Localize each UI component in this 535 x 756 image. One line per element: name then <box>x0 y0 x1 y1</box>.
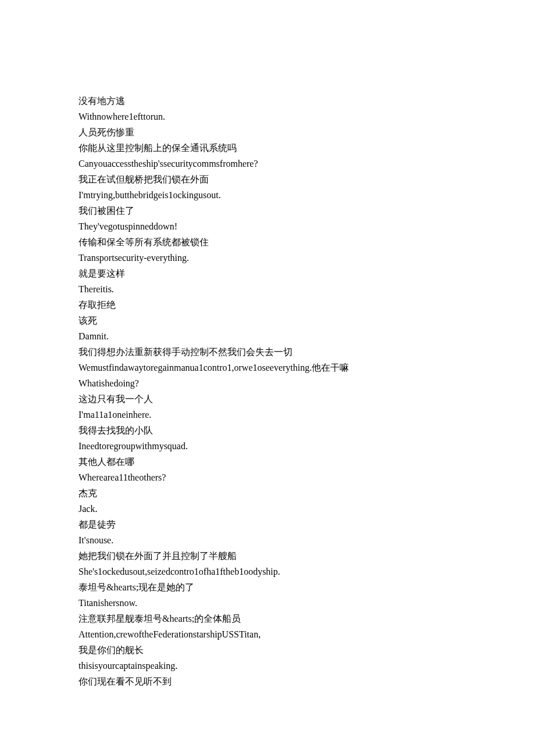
text-line: 你能从这里控制船上的保全通讯系统吗 <box>79 140 456 156</box>
text-line: It'snouse. <box>79 532 456 548</box>
text-line: 没有地方逃 <box>79 93 456 109</box>
text-line: 我们得想办法重新获得手动控制不然我们会失去一切 <box>79 344 456 360</box>
text-line: Canyouaccesstheship'ssecuritycommsfromhe… <box>79 156 456 171</box>
text-line: 我正在试但舰桥把我们锁在外面 <box>79 171 456 187</box>
text-line: Titanishersnow. <box>79 595 456 611</box>
text-line: 都是徒劳 <box>79 517 456 532</box>
text-line: 注意联邦星舰泰坦号&hearts;的全体船员 <box>79 611 456 626</box>
text-line: I'mtrying,butthebridgeis1ockingusout. <box>79 187 456 203</box>
text-line: 其他人都在哪 <box>79 454 456 470</box>
text-line: 我得去找我的小队 <box>79 422 456 438</box>
text-line: Attention,crewoftheFederationstarshipUSS… <box>79 626 456 642</box>
text-line: 这边只有我一个人 <box>79 391 456 407</box>
text-line: 人员死伤惨重 <box>79 124 456 140</box>
text-line: Ineedtoregroupwithmysquad. <box>79 438 456 454</box>
text-line: 杰克 <box>79 485 456 501</box>
text-line: 我们被困住了 <box>79 203 456 218</box>
text-line: Whatishedoing? <box>79 375 456 391</box>
text-line: Thereitis. <box>79 281 456 297</box>
document-page: 没有地方逃 Withnowhere1efttorun. 人员死伤惨重 你能从这里… <box>0 0 535 689</box>
text-line: 你们现在看不见听不到 <box>79 673 456 689</box>
text-line: 传输和保全等所有系统都被锁住 <box>79 234 456 250</box>
text-line: 我是你们的舰长 <box>79 642 456 658</box>
text-line: Wherearea11theothers? <box>79 470 456 485</box>
text-line: 该死 <box>79 313 456 328</box>
text-line: 她把我们锁在外面了并且控制了半艘船 <box>79 548 456 564</box>
text-line: 就是要这样 <box>79 266 456 281</box>
text-line: She's1ockedusout,seizedcontro1ofha1ftheb… <box>79 564 456 579</box>
text-line: Withnowhere1efttorun. <box>79 109 456 124</box>
text-line: 泰坦号&hearts;现在是她的了 <box>79 579 456 595</box>
text-line: Wemustfindawaytoregainmanua1contro1,orwe… <box>79 360 456 375</box>
text-line: thisisyourcaptainspeaking. <box>79 658 456 673</box>
text-line: 存取拒绝 <box>79 297 456 313</box>
text-line: Jack. <box>79 501 456 517</box>
text-line: They'vegotuspinneddown! <box>79 218 456 234</box>
text-line: I'ma11a1oneinhere. <box>79 407 456 422</box>
text-line: Damnit. <box>79 328 456 344</box>
text-line: Transportsecurity-everything. <box>79 250 456 266</box>
